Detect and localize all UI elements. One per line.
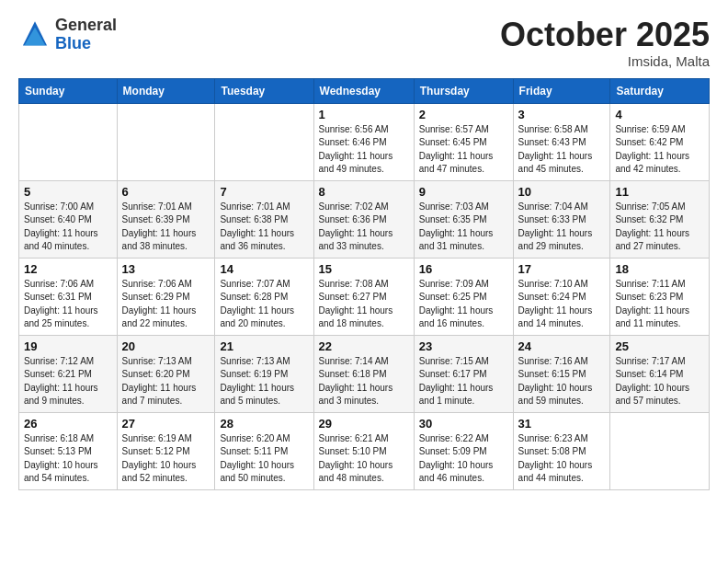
week-row-1: 1Sunrise: 6:56 AM Sunset: 6:46 PM Daylig… bbox=[19, 103, 710, 180]
calendar-cell: 24Sunrise: 7:16 AM Sunset: 6:15 PM Dayli… bbox=[513, 335, 610, 412]
calendar-cell: 8Sunrise: 7:02 AM Sunset: 6:36 PM Daylig… bbox=[313, 180, 414, 258]
col-header-monday: Monday bbox=[117, 78, 215, 103]
day-info: Sunrise: 7:13 AM Sunset: 6:20 PM Dayligh… bbox=[122, 355, 210, 408]
day-number: 16 bbox=[419, 262, 508, 276]
calendar-cell: 28Sunrise: 6:20 AM Sunset: 5:11 PM Dayli… bbox=[215, 412, 313, 489]
calendar-cell: 19Sunrise: 7:12 AM Sunset: 6:21 PM Dayli… bbox=[19, 335, 118, 412]
day-info: Sunrise: 7:12 AM Sunset: 6:21 PM Dayligh… bbox=[24, 355, 112, 408]
calendar-cell: 13Sunrise: 7:06 AM Sunset: 6:29 PM Dayli… bbox=[117, 258, 215, 335]
page: General Blue October 2025 Imsida, Malta … bbox=[0, 0, 728, 507]
calendar-cell: 4Sunrise: 6:59 AM Sunset: 6:42 PM Daylig… bbox=[610, 103, 710, 180]
calendar-cell: 11Sunrise: 7:05 AM Sunset: 6:32 PM Dayli… bbox=[610, 180, 710, 258]
day-number: 14 bbox=[220, 262, 308, 276]
calendar-cell: 31Sunrise: 6:23 AM Sunset: 5:08 PM Dayli… bbox=[513, 412, 610, 489]
calendar: SundayMondayTuesdayWednesdayThursdayFrid… bbox=[18, 78, 710, 490]
day-number: 26 bbox=[24, 417, 112, 431]
day-number: 2 bbox=[419, 108, 508, 121]
calendar-cell bbox=[610, 412, 710, 489]
week-row-2: 5Sunrise: 7:00 AM Sunset: 6:40 PM Daylig… bbox=[19, 180, 710, 258]
day-number: 21 bbox=[220, 339, 308, 353]
calendar-cell: 1Sunrise: 6:56 AM Sunset: 6:46 PM Daylig… bbox=[313, 103, 414, 180]
day-number: 3 bbox=[518, 108, 606, 121]
title-block: October 2025 Imsida, Malta bbox=[500, 17, 710, 69]
calendar-cell bbox=[19, 103, 118, 180]
day-number: 10 bbox=[518, 185, 606, 199]
week-row-4: 19Sunrise: 7:12 AM Sunset: 6:21 PM Dayli… bbox=[19, 335, 710, 412]
day-number: 15 bbox=[319, 262, 409, 276]
day-number: 4 bbox=[615, 108, 704, 121]
day-number: 20 bbox=[122, 339, 210, 353]
day-info: Sunrise: 7:04 AM Sunset: 6:33 PM Dayligh… bbox=[518, 201, 606, 254]
day-number: 18 bbox=[615, 262, 704, 276]
day-info: Sunrise: 7:06 AM Sunset: 6:29 PM Dayligh… bbox=[122, 278, 210, 331]
col-header-sunday: Sunday bbox=[19, 78, 118, 103]
day-number: 23 bbox=[419, 339, 508, 353]
day-info: Sunrise: 7:17 AM Sunset: 6:14 PM Dayligh… bbox=[615, 355, 704, 408]
day-info: Sunrise: 7:01 AM Sunset: 6:39 PM Dayligh… bbox=[122, 201, 210, 254]
day-number: 8 bbox=[319, 185, 409, 199]
calendar-cell: 16Sunrise: 7:09 AM Sunset: 6:25 PM Dayli… bbox=[414, 258, 513, 335]
day-info: Sunrise: 7:14 AM Sunset: 6:18 PM Dayligh… bbox=[319, 355, 409, 408]
calendar-cell: 29Sunrise: 6:21 AM Sunset: 5:10 PM Dayli… bbox=[313, 412, 414, 489]
day-info: Sunrise: 7:10 AM Sunset: 6:24 PM Dayligh… bbox=[518, 278, 606, 331]
day-number: 5 bbox=[24, 185, 112, 199]
day-info: Sunrise: 7:11 AM Sunset: 6:23 PM Dayligh… bbox=[615, 278, 704, 331]
day-info: Sunrise: 7:07 AM Sunset: 6:28 PM Dayligh… bbox=[220, 278, 308, 331]
day-info: Sunrise: 7:09 AM Sunset: 6:25 PM Dayligh… bbox=[419, 278, 508, 331]
subtitle: Imsida, Malta bbox=[500, 53, 710, 69]
calendar-cell: 20Sunrise: 7:13 AM Sunset: 6:20 PM Dayli… bbox=[117, 335, 215, 412]
logo: General Blue bbox=[18, 17, 117, 53]
calendar-cell bbox=[215, 103, 313, 180]
day-info: Sunrise: 7:15 AM Sunset: 6:17 PM Dayligh… bbox=[419, 355, 508, 408]
day-info: Sunrise: 6:18 AM Sunset: 5:13 PM Dayligh… bbox=[24, 432, 112, 486]
logo-text: General Blue bbox=[55, 17, 117, 53]
day-number: 30 bbox=[419, 417, 508, 431]
day-number: 11 bbox=[615, 185, 704, 199]
day-info: Sunrise: 7:01 AM Sunset: 6:38 PM Dayligh… bbox=[220, 201, 308, 254]
col-header-thursday: Thursday bbox=[414, 78, 513, 103]
calendar-cell: 7Sunrise: 7:01 AM Sunset: 6:38 PM Daylig… bbox=[215, 180, 313, 258]
day-info: Sunrise: 7:13 AM Sunset: 6:19 PM Dayligh… bbox=[220, 355, 308, 408]
day-number: 7 bbox=[220, 185, 308, 199]
day-info: Sunrise: 6:22 AM Sunset: 5:09 PM Dayligh… bbox=[419, 432, 508, 486]
day-info: Sunrise: 7:00 AM Sunset: 6:40 PM Dayligh… bbox=[24, 201, 112, 254]
day-number: 27 bbox=[122, 417, 210, 431]
day-info: Sunrise: 7:16 AM Sunset: 6:15 PM Dayligh… bbox=[518, 355, 606, 408]
day-number: 24 bbox=[518, 339, 606, 353]
calendar-cell: 18Sunrise: 7:11 AM Sunset: 6:23 PM Dayli… bbox=[610, 258, 710, 335]
calendar-cell: 9Sunrise: 7:03 AM Sunset: 6:35 PM Daylig… bbox=[414, 180, 513, 258]
day-info: Sunrise: 6:21 AM Sunset: 5:10 PM Dayligh… bbox=[319, 432, 409, 486]
col-header-tuesday: Tuesday bbox=[215, 78, 313, 103]
day-number: 1 bbox=[319, 108, 409, 121]
day-info: Sunrise: 7:02 AM Sunset: 6:36 PM Dayligh… bbox=[319, 201, 409, 254]
calendar-header-row: SundayMondayTuesdayWednesdayThursdayFrid… bbox=[19, 78, 710, 103]
calendar-cell bbox=[117, 103, 215, 180]
day-number: 13 bbox=[122, 262, 210, 276]
calendar-cell: 30Sunrise: 6:22 AM Sunset: 5:09 PM Dayli… bbox=[414, 412, 513, 489]
day-number: 25 bbox=[615, 339, 704, 353]
calendar-cell: 26Sunrise: 6:18 AM Sunset: 5:13 PM Dayli… bbox=[19, 412, 118, 489]
day-number: 17 bbox=[518, 262, 606, 276]
day-number: 19 bbox=[24, 339, 112, 353]
day-number: 6 bbox=[122, 185, 210, 199]
day-info: Sunrise: 6:58 AM Sunset: 6:43 PM Dayligh… bbox=[518, 123, 606, 177]
calendar-cell: 2Sunrise: 6:57 AM Sunset: 6:45 PM Daylig… bbox=[414, 103, 513, 180]
day-number: 29 bbox=[319, 417, 409, 431]
calendar-cell: 21Sunrise: 7:13 AM Sunset: 6:19 PM Dayli… bbox=[215, 335, 313, 412]
calendar-cell: 25Sunrise: 7:17 AM Sunset: 6:14 PM Dayli… bbox=[610, 335, 710, 412]
calendar-cell: 12Sunrise: 7:06 AM Sunset: 6:31 PM Dayli… bbox=[19, 258, 118, 335]
col-header-friday: Friday bbox=[513, 78, 610, 103]
calendar-cell: 15Sunrise: 7:08 AM Sunset: 6:27 PM Dayli… bbox=[313, 258, 414, 335]
day-number: 9 bbox=[419, 185, 508, 199]
logo-icon bbox=[18, 18, 51, 52]
day-info: Sunrise: 7:06 AM Sunset: 6:31 PM Dayligh… bbox=[24, 278, 112, 331]
logo-blue: Blue bbox=[55, 34, 91, 52]
day-number: 12 bbox=[24, 262, 112, 276]
col-header-saturday: Saturday bbox=[610, 78, 710, 103]
calendar-cell: 17Sunrise: 7:10 AM Sunset: 6:24 PM Dayli… bbox=[513, 258, 610, 335]
day-info: Sunrise: 6:56 AM Sunset: 6:46 PM Dayligh… bbox=[319, 123, 409, 177]
calendar-cell: 23Sunrise: 7:15 AM Sunset: 6:17 PM Dayli… bbox=[414, 335, 513, 412]
day-info: Sunrise: 6:23 AM Sunset: 5:08 PM Dayligh… bbox=[518, 432, 606, 486]
week-row-5: 26Sunrise: 6:18 AM Sunset: 5:13 PM Dayli… bbox=[19, 412, 710, 489]
day-info: Sunrise: 6:57 AM Sunset: 6:45 PM Dayligh… bbox=[419, 123, 508, 177]
